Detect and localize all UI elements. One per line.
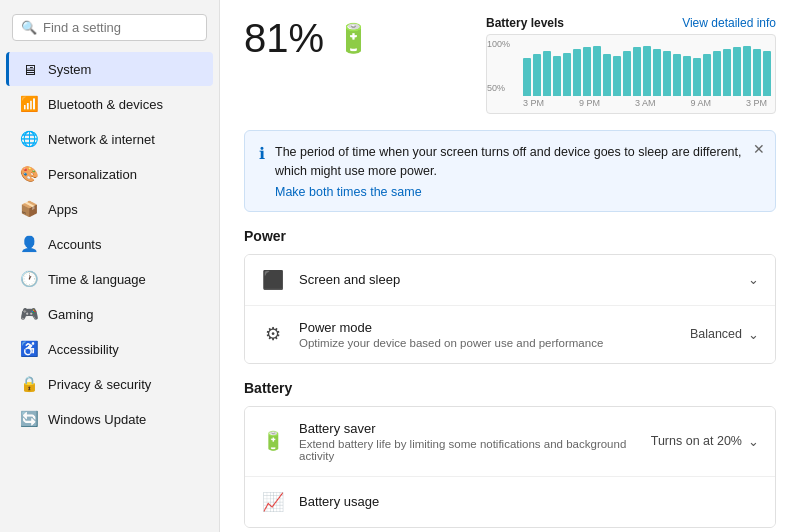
bar-7 [593, 46, 601, 96]
bar-3 [553, 56, 561, 96]
battery-saver-chevron: ⌄ [748, 434, 759, 449]
chart-title: Battery levels [486, 16, 564, 30]
power-mode-value: Balanced ⌄ [690, 327, 759, 342]
nav-label-update: Windows Update [48, 412, 146, 427]
nav-label-bluetooth: Bluetooth & devices [48, 97, 163, 112]
battery-percentage-row: 81% 🔋 [244, 16, 486, 61]
close-button[interactable]: ✕ [753, 141, 765, 157]
bar-4 [563, 53, 571, 96]
chart-y-labels: 100% 50% [487, 35, 510, 97]
bar-16 [683, 56, 691, 96]
nav-label-accessibility: Accessibility [48, 342, 119, 357]
bar-21 [733, 47, 741, 96]
info-banner-link[interactable]: Make both times the same [275, 185, 761, 199]
nav-icon-accounts: 👤 [20, 235, 38, 253]
search-icon: 🔍 [21, 20, 37, 35]
battery-usage-info: Battery usage [299, 494, 759, 509]
top-section: 81% 🔋 Battery levels View detailed info … [244, 16, 776, 114]
battery-saver-row[interactable]: 🔋 Battery saver Extend battery life by l… [245, 407, 775, 477]
battery-saver-icon: 🔋 [261, 430, 285, 452]
bar-18 [703, 54, 711, 96]
power-mode-value-text: Balanced [690, 327, 742, 341]
bar-2 [543, 51, 551, 96]
battery-usage-icon: 📈 [261, 491, 285, 513]
y-label-50: 50% [487, 83, 510, 93]
nav-label-apps: Apps [48, 202, 78, 217]
battery-status-left: 81% 🔋 [244, 16, 486, 71]
nav-icon-time: 🕐 [20, 270, 38, 288]
bar-20 [723, 49, 731, 96]
x-label-3pm-2: 3 PM [746, 98, 767, 108]
main-content: 81% 🔋 Battery levels View detailed info … [220, 0, 800, 532]
bar-9 [613, 56, 621, 96]
view-detailed-info-link[interactable]: View detailed info [682, 16, 776, 30]
screen-sleep-chevron: ⌄ [748, 272, 759, 287]
bar-19 [713, 51, 721, 96]
power-mode-chevron: ⌄ [748, 327, 759, 342]
chart-bars [523, 41, 767, 96]
sidebar-item-accounts[interactable]: 👤 Accounts [6, 227, 213, 261]
nav-label-privacy: Privacy & security [48, 377, 151, 392]
power-mode-row[interactable]: ⚙ Power mode Optimize your device based … [245, 306, 775, 363]
nav-label-system: System [48, 62, 91, 77]
sidebar-item-bluetooth[interactable]: 📶 Bluetooth & devices [6, 87, 213, 121]
x-label-3am: 3 AM [635, 98, 656, 108]
sidebar-item-privacy[interactable]: 🔒 Privacy & security [6, 367, 213, 401]
nav-icon-apps: 📦 [20, 200, 38, 218]
sidebar-item-personalization[interactable]: 🎨 Personalization [6, 157, 213, 191]
power-mode-info: Power mode Optimize your device based on… [299, 320, 676, 349]
battery-settings-group: 🔋 Battery saver Extend battery life by l… [244, 406, 776, 528]
search-input[interactable] [43, 20, 198, 35]
sidebar: 🔍 🖥 System 📶 Bluetooth & devices 🌐 Netwo… [0, 0, 220, 532]
nav-list: 🖥 System 📶 Bluetooth & devices 🌐 Network… [0, 51, 219, 437]
sidebar-item-network[interactable]: 🌐 Network & internet [6, 122, 213, 156]
nav-icon-system: 🖥 [20, 60, 38, 78]
battery-saver-value: Turns on at 20% ⌄ [651, 434, 759, 449]
battery-usage-name: Battery usage [299, 494, 759, 509]
screen-sleep-name: Screen and sleep [299, 272, 734, 287]
nav-label-accounts: Accounts [48, 237, 101, 252]
bar-17 [693, 58, 701, 96]
battery-icon: 🔋 [336, 22, 371, 55]
battery-saver-value-text: Turns on at 20% [651, 434, 742, 448]
screen-sleep-info: Screen and sleep [299, 272, 734, 287]
sidebar-item-gaming[interactable]: 🎮 Gaming [6, 297, 213, 331]
sidebar-item-accessibility[interactable]: ♿ Accessibility [6, 332, 213, 366]
info-banner: ℹ The period of time when your screen tu… [244, 130, 776, 212]
bar-14 [663, 51, 671, 96]
nav-label-network: Network & internet [48, 132, 155, 147]
screen-sleep-row[interactable]: ⬛ Screen and sleep ⌄ [245, 255, 775, 306]
sidebar-item-system[interactable]: 🖥 System [6, 52, 213, 86]
bar-10 [623, 51, 631, 96]
sidebar-item-update[interactable]: 🔄 Windows Update [6, 402, 213, 436]
nav-icon-gaming: 🎮 [20, 305, 38, 323]
power-section-title: Power [244, 228, 776, 244]
bar-11 [633, 47, 641, 96]
battery-percent-value: 81% [244, 16, 324, 61]
sidebar-item-apps[interactable]: 📦 Apps [6, 192, 213, 226]
battery-section-title: Battery [244, 380, 776, 396]
nav-icon-update: 🔄 [20, 410, 38, 428]
battery-usage-row[interactable]: 📈 Battery usage [245, 477, 775, 527]
sidebar-item-time[interactable]: 🕐 Time & language [6, 262, 213, 296]
chart-x-labels: 3 PM 9 PM 3 AM 9 AM 3 PM [523, 98, 767, 108]
chart-title-row: Battery levels View detailed info [486, 16, 776, 30]
power-mode-name: Power mode [299, 320, 676, 335]
screen-sleep-icon: ⬛ [261, 269, 285, 291]
nav-icon-personalization: 🎨 [20, 165, 38, 183]
x-label-3pm-1: 3 PM [523, 98, 544, 108]
bar-15 [673, 54, 681, 96]
bar-8 [603, 54, 611, 96]
x-label-9pm: 9 PM [579, 98, 600, 108]
bar-12 [643, 46, 651, 96]
nav-icon-bluetooth: 📶 [20, 95, 38, 113]
battery-saver-name: Battery saver [299, 421, 637, 436]
bar-24 [763, 51, 771, 96]
search-box[interactable]: 🔍 [12, 14, 207, 41]
bar-13 [653, 49, 661, 96]
info-banner-text: The period of time when your screen turn… [275, 145, 741, 178]
power-mode-icon: ⚙ [261, 323, 285, 345]
battery-chart-container: Battery levels View detailed info 100% 5… [486, 16, 776, 114]
bar-5 [573, 49, 581, 96]
power-settings-group: ⬛ Screen and sleep ⌄ ⚙ Power mode Optimi… [244, 254, 776, 364]
